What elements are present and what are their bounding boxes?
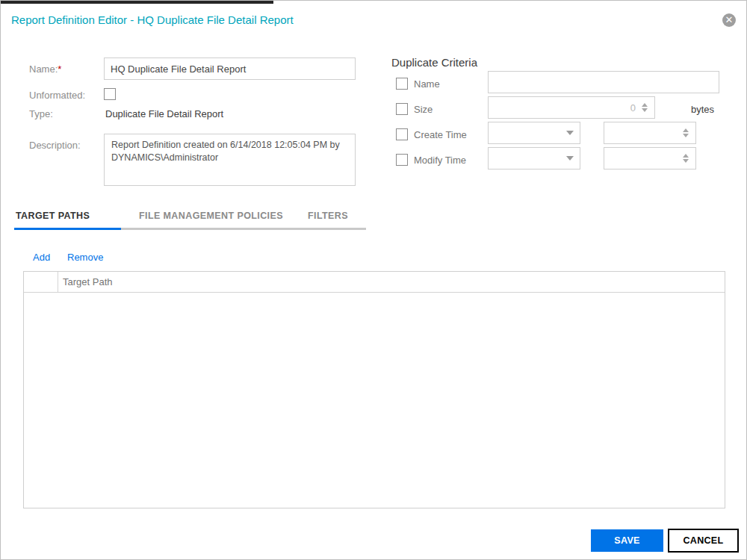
criteria-name-checkbox[interactable] <box>396 78 408 90</box>
create-time-value-spinner[interactable] <box>604 122 696 144</box>
tab-file-management-policies[interactable]: FILE MANAGEMENT POLICIES <box>139 211 283 221</box>
target-path-table: Target Path <box>23 271 725 508</box>
chevron-down-icon <box>566 131 574 135</box>
cancel-button[interactable]: CANCEL <box>668 529 739 553</box>
name-label: Name:* <box>29 63 61 75</box>
criteria-create-time-checkbox[interactable] <box>396 128 408 140</box>
name-label-text: Name: <box>29 63 58 75</box>
spinner-up-icon[interactable] <box>683 154 689 158</box>
spinner-down-icon[interactable] <box>683 134 689 137</box>
criteria-name-label: Name <box>414 78 440 90</box>
required-marker: * <box>58 63 61 75</box>
add-link[interactable]: Add <box>33 252 50 263</box>
remove-link[interactable]: Remove <box>67 252 103 263</box>
criteria-name-input[interactable] <box>488 71 719 93</box>
modify-time-operator-dropdown[interactable] <box>488 147 580 169</box>
active-tab-indicator <box>14 228 121 230</box>
criteria-modify-time-label: Modify Time <box>414 155 466 166</box>
tab-target-paths[interactable]: TARGET PATHS <box>16 211 90 221</box>
spinner-updown-icon[interactable] <box>680 154 692 163</box>
spinner-up-icon[interactable] <box>683 128 689 132</box>
column-divider <box>58 272 58 292</box>
criteria-modify-time-checkbox[interactable] <box>396 154 408 166</box>
spinner-updown-icon[interactable] <box>680 128 692 137</box>
report-definition-editor-dialog: Report Definition Editor - HQ Duplicate … <box>0 0 747 560</box>
type-value: Duplicate File Detail Report <box>105 108 223 119</box>
criteria-create-time-label: Create Time <box>414 129 467 140</box>
target-path-column-header: Target Path <box>63 276 113 287</box>
chevron-down-icon <box>566 156 574 161</box>
target-path-table-header: Target Path <box>24 272 725 293</box>
spinner-down-icon[interactable] <box>642 108 648 112</box>
size-unit-label: bytes <box>691 104 714 115</box>
unformatted-checkbox[interactable] <box>104 88 116 100</box>
close-icon[interactable]: ✕ <box>722 13 736 27</box>
tab-filters[interactable]: FILTERS <box>308 211 348 221</box>
spinner-down-icon[interactable] <box>683 159 689 163</box>
criteria-size-checkbox[interactable] <box>396 103 408 115</box>
unformatted-label: Unformatted: <box>29 90 85 101</box>
type-label: Type: <box>29 108 53 119</box>
save-button[interactable]: SAVE <box>591 529 663 552</box>
top-dark-strip <box>1 1 273 4</box>
dialog-title: Report Definition Editor - HQ Duplicate … <box>11 13 294 26</box>
report-name-input[interactable] <box>104 57 356 80</box>
modify-time-value-spinner[interactable] <box>604 147 696 169</box>
spinner-up-icon[interactable] <box>642 103 648 107</box>
description-textarea[interactable]: Report Definition created on 6/14/2018 1… <box>104 134 356 186</box>
modify-time-value-input[interactable] <box>604 153 680 164</box>
create-time-value-input[interactable] <box>604 128 680 139</box>
duplicate-criteria-heading: Duplicate Criteria <box>391 56 477 69</box>
create-time-operator-dropdown[interactable] <box>488 122 580 144</box>
target-path-table-body <box>24 293 725 508</box>
criteria-size-spinner[interactable] <box>488 96 655 119</box>
criteria-size-input[interactable] <box>489 102 639 113</box>
spinner-updown-icon[interactable] <box>639 103 651 112</box>
description-label: Description: <box>29 140 81 151</box>
criteria-size-label: Size <box>414 104 433 115</box>
duplicate-criteria-section: Duplicate Criteria Name Size bytes Creat… <box>391 52 725 182</box>
